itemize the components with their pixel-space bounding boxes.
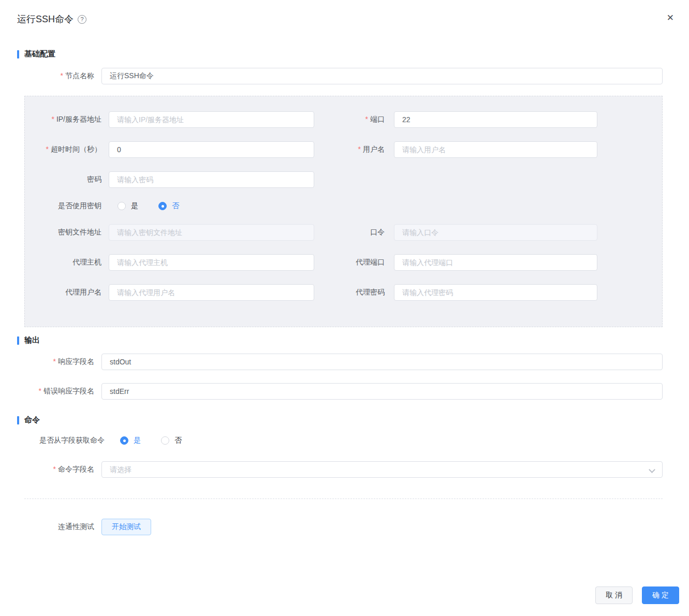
use-key-no-label: 否 bbox=[172, 201, 179, 211]
use-key-radio-no[interactable]: 否 bbox=[158, 201, 179, 211]
command-from-field-radio-no[interactable]: 否 bbox=[161, 436, 182, 445]
command-from-field-radio-yes[interactable]: 是 bbox=[120, 436, 141, 445]
proxy-password-input[interactable] bbox=[394, 284, 597, 301]
command-field-label: *命令字段名 bbox=[17, 465, 94, 474]
ssh-command-dialog: 运行SSH命令 ? ✕ 基础配置 *节点名称 *IP/服务器地址 *端口 bbox=[0, 0, 689, 616]
proxy-user-field-cell: 代理用户名 bbox=[25, 284, 315, 301]
username-field-cell: *用户名 bbox=[315, 141, 597, 158]
confirm-button[interactable]: 确 定 bbox=[642, 586, 679, 604]
stdout-input[interactable] bbox=[101, 354, 663, 370]
proxy-password-label: 代理密码 bbox=[315, 288, 385, 297]
use-key-field-cell: 是否使用密钥 是 否 bbox=[25, 201, 315, 211]
passphrase-field-cell: 口令 bbox=[315, 224, 597, 241]
divider bbox=[24, 498, 663, 499]
start-test-button[interactable]: 开始测试 bbox=[101, 519, 151, 535]
timeout-field-cell: *超时时间（秒） bbox=[25, 141, 315, 158]
stdout-label: *响应字段名 bbox=[17, 357, 94, 366]
proxy-host-label: 代理主机 bbox=[25, 258, 101, 267]
proxy-port-label: 代理端口 bbox=[315, 258, 385, 267]
required-mark: * bbox=[53, 357, 56, 365]
radio-icon bbox=[120, 436, 128, 445]
panel-row-ip-port: *IP/服务器地址 *端口 bbox=[25, 111, 662, 128]
panel-row-password: 密码 bbox=[25, 171, 662, 188]
port-field-cell: *端口 bbox=[315, 111, 597, 128]
required-mark: * bbox=[46, 145, 49, 153]
command-field-select[interactable] bbox=[101, 461, 663, 478]
node-name-label: *节点名称 bbox=[17, 71, 94, 81]
dialog-title: 运行SSH命令 bbox=[17, 13, 74, 25]
panel-row-proxy-user-password: 代理用户名 代理密码 bbox=[25, 284, 662, 301]
connectivity-test-label: 连通性测试 bbox=[17, 522, 94, 532]
radio-icon bbox=[158, 202, 167, 210]
panel-row-timeout-user: *超时时间（秒） *用户名 bbox=[25, 141, 662, 158]
use-key-radio-group: 是 否 bbox=[118, 201, 179, 211]
connectivity-test-row: 连通性测试 开始测试 bbox=[17, 519, 663, 535]
timeout-input[interactable] bbox=[109, 141, 314, 158]
section-command: 命令 bbox=[17, 415, 663, 425]
panel-row-proxy-host-port: 代理主机 代理端口 bbox=[25, 254, 662, 271]
timeout-label: *超时时间（秒） bbox=[25, 145, 101, 154]
section-output: 输出 bbox=[17, 335, 663, 345]
command-from-field-yes-label: 是 bbox=[134, 436, 141, 445]
section-bar bbox=[17, 336, 19, 345]
passphrase-input bbox=[394, 224, 597, 241]
connection-panel: *IP/服务器地址 *端口 *超时时间（秒） *用户名 bbox=[24, 96, 663, 327]
radio-dot bbox=[162, 205, 164, 208]
password-field-cell: 密码 bbox=[25, 171, 315, 188]
dialog-body: 基础配置 *节点名称 *IP/服务器地址 *端口 *超时时间（秒） bbox=[0, 49, 689, 535]
use-key-radio-yes[interactable]: 是 bbox=[118, 201, 138, 211]
command-field-row: *命令字段名 bbox=[17, 461, 663, 478]
section-command-title: 命令 bbox=[24, 415, 40, 425]
username-label: *用户名 bbox=[315, 145, 385, 154]
radio-dot bbox=[123, 439, 126, 442]
stderr-row: *错误响应字段名 bbox=[17, 383, 663, 400]
ip-field-cell: *IP/服务器地址 bbox=[25, 111, 315, 128]
radio-icon bbox=[118, 202, 126, 210]
section-bar bbox=[17, 416, 19, 424]
ip-label: *IP/服务器地址 bbox=[25, 115, 101, 124]
dialog-header: 运行SSH命令 ? bbox=[0, 0, 689, 25]
required-mark: * bbox=[358, 145, 361, 153]
command-field-select-input[interactable] bbox=[101, 461, 663, 478]
panel-row-use-key: 是否使用密钥 是 否 bbox=[25, 201, 662, 211]
proxy-user-label: 代理用户名 bbox=[25, 288, 101, 297]
stderr-input[interactable] bbox=[101, 383, 663, 400]
required-mark: * bbox=[61, 71, 63, 80]
dialog-footer: 取 消 确 定 bbox=[595, 586, 679, 604]
proxy-port-field-cell: 代理端口 bbox=[315, 254, 597, 271]
stderr-label: *错误响应字段名 bbox=[17, 387, 94, 396]
section-basic-config: 基础配置 bbox=[17, 49, 663, 59]
proxy-host-field-cell: 代理主机 bbox=[25, 254, 315, 271]
required-mark: * bbox=[39, 387, 41, 395]
proxy-user-input[interactable] bbox=[109, 284, 314, 301]
key-file-input bbox=[109, 224, 314, 241]
required-mark: * bbox=[51, 115, 54, 123]
key-file-label: 密钥文件地址 bbox=[25, 228, 101, 237]
node-name-input[interactable] bbox=[101, 68, 663, 84]
use-key-yes-label: 是 bbox=[131, 201, 138, 211]
proxy-password-field-cell: 代理密码 bbox=[315, 284, 597, 301]
section-bar bbox=[17, 50, 19, 58]
close-icon[interactable]: ✕ bbox=[667, 13, 674, 22]
panel-row-keyfile-passphrase: 密钥文件地址 口令 bbox=[25, 224, 662, 241]
required-mark: * bbox=[53, 465, 56, 473]
help-icon[interactable]: ? bbox=[78, 15, 86, 24]
key-file-field-cell: 密钥文件地址 bbox=[25, 224, 315, 241]
passphrase-label: 口令 bbox=[315, 228, 385, 237]
use-key-label: 是否使用密钥 bbox=[25, 201, 101, 211]
username-input[interactable] bbox=[394, 141, 597, 158]
command-from-field-label: 是否从字段获取命令 bbox=[17, 436, 105, 445]
cancel-button[interactable]: 取 消 bbox=[595, 586, 633, 604]
proxy-port-input[interactable] bbox=[394, 254, 597, 271]
port-input[interactable] bbox=[394, 111, 597, 128]
password-label: 密码 bbox=[25, 175, 101, 184]
section-output-title: 输出 bbox=[24, 335, 40, 345]
ip-input[interactable] bbox=[109, 111, 314, 128]
command-from-field-no-label: 否 bbox=[174, 436, 182, 445]
radio-icon bbox=[161, 436, 169, 445]
node-name-row: *节点名称 bbox=[17, 68, 663, 84]
stdout-row: *响应字段名 bbox=[17, 354, 663, 370]
password-input[interactable] bbox=[109, 171, 314, 188]
port-label: *端口 bbox=[315, 115, 385, 124]
proxy-host-input[interactable] bbox=[109, 254, 314, 271]
